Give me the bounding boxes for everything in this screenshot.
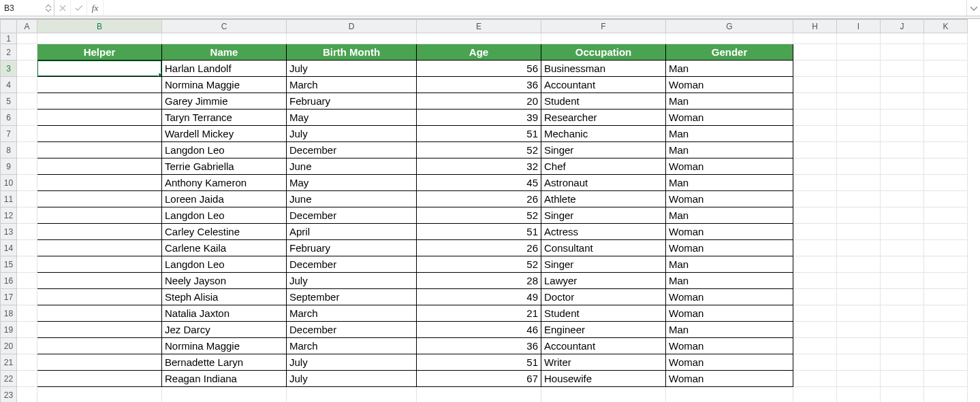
- cell-A13[interactable]: [17, 224, 37, 240]
- cell-J8[interactable]: [881, 142, 924, 158]
- cell-K10[interactable]: [924, 175, 968, 191]
- row-header-17[interactable]: 17: [1, 289, 17, 305]
- cell-G4[interactable]: Woman: [666, 77, 793, 93]
- cell-F16[interactable]: Lawyer: [541, 273, 666, 289]
- cell-J7[interactable]: [881, 126, 924, 142]
- cell-A6[interactable]: [17, 110, 37, 126]
- row-header-11[interactable]: 11: [1, 191, 17, 207]
- cell-D2[interactable]: Birth Month: [287, 44, 417, 61]
- cell-E14[interactable]: 26: [417, 240, 541, 256]
- cell-E12[interactable]: 52: [417, 207, 541, 224]
- cell-B19[interactable]: [37, 322, 162, 338]
- cell-B18[interactable]: [37, 305, 162, 322]
- cell-J1[interactable]: [881, 33, 924, 44]
- cell-H16[interactable]: [793, 273, 837, 289]
- cell-I6[interactable]: [837, 110, 881, 126]
- cell-I15[interactable]: [837, 256, 881, 273]
- cell-J5[interactable]: [881, 93, 924, 110]
- cell-A12[interactable]: [17, 207, 37, 224]
- cell-C17[interactable]: Steph Alisia: [162, 289, 287, 305]
- cell-B4[interactable]: [37, 77, 162, 93]
- cell-A21[interactable]: [17, 354, 37, 371]
- cell-D20[interactable]: March: [287, 338, 417, 354]
- cell-G16[interactable]: Man: [666, 273, 793, 289]
- row-header-4[interactable]: 4: [1, 77, 17, 93]
- cell-F20[interactable]: Accountant: [541, 338, 666, 354]
- cell-H7[interactable]: [793, 126, 837, 142]
- cell-I17[interactable]: [837, 289, 881, 305]
- cell-I8[interactable]: [837, 142, 881, 158]
- cell-K14[interactable]: [924, 240, 968, 256]
- cell-B22[interactable]: [37, 371, 162, 387]
- row-header-20[interactable]: 20: [1, 338, 17, 354]
- cell-G13[interactable]: Woman: [666, 224, 793, 240]
- cell-F15[interactable]: Singer: [541, 256, 666, 273]
- cell-K15[interactable]: [924, 256, 968, 273]
- cell-A19[interactable]: [17, 322, 37, 338]
- cell-D13[interactable]: April: [287, 224, 417, 240]
- cell-D18[interactable]: March: [287, 305, 417, 322]
- cell-H13[interactable]: [793, 224, 837, 240]
- col-header-I[interactable]: I: [837, 20, 881, 33]
- cell-I18[interactable]: [837, 305, 881, 322]
- cell-J22[interactable]: [881, 371, 924, 387]
- cell-D3[interactable]: July: [287, 61, 417, 77]
- cell-B6[interactable]: [37, 110, 162, 126]
- cell-H15[interactable]: [793, 256, 837, 273]
- cell-I3[interactable]: [837, 61, 881, 77]
- cell-K9[interactable]: [924, 158, 968, 175]
- cell-K19[interactable]: [924, 322, 968, 338]
- cell-H22[interactable]: [793, 371, 837, 387]
- cell-A22[interactable]: [17, 371, 37, 387]
- cell-F19[interactable]: Engineer: [541, 322, 666, 338]
- cell-G12[interactable]: Man: [666, 207, 793, 224]
- cell-A4[interactable]: [17, 77, 37, 93]
- col-header-C[interactable]: C: [162, 20, 287, 33]
- cell-C10[interactable]: Anthony Kameron: [162, 175, 287, 191]
- cell-J18[interactable]: [881, 305, 924, 322]
- col-header-G[interactable]: G: [666, 20, 793, 33]
- cell-H17[interactable]: [793, 289, 837, 305]
- cell-E8[interactable]: 52: [417, 142, 541, 158]
- cell-I23[interactable]: [837, 387, 881, 403]
- cell-G15[interactable]: Man: [666, 256, 793, 273]
- cell-F14[interactable]: Consultant: [541, 240, 666, 256]
- cell-K1[interactable]: [924, 33, 968, 44]
- cell-I14[interactable]: [837, 240, 881, 256]
- cell-B8[interactable]: [37, 142, 162, 158]
- cell-F22[interactable]: Housewife: [541, 371, 666, 387]
- cell-I1[interactable]: [837, 33, 881, 44]
- cell-D11[interactable]: June: [287, 191, 417, 207]
- cell-K2[interactable]: [924, 44, 968, 61]
- cell-D16[interactable]: July: [287, 273, 417, 289]
- cell-C20[interactable]: Normina Maggie: [162, 338, 287, 354]
- cell-I20[interactable]: [837, 338, 881, 354]
- name-box[interactable]: B3: [4, 3, 43, 13]
- cell-F7[interactable]: Mechanic: [541, 126, 666, 142]
- cell-I16[interactable]: [837, 273, 881, 289]
- cell-K17[interactable]: [924, 289, 968, 305]
- cell-E10[interactable]: 45: [417, 175, 541, 191]
- cell-B9[interactable]: [37, 158, 162, 175]
- cell-F8[interactable]: Singer: [541, 142, 666, 158]
- cell-F4[interactable]: Accountant: [541, 77, 666, 93]
- cell-K22[interactable]: [924, 371, 968, 387]
- cell-F21[interactable]: Writer: [541, 354, 666, 371]
- cell-E15[interactable]: 52: [417, 256, 541, 273]
- cell-C13[interactable]: Carley Celestine: [162, 224, 287, 240]
- row-header-16[interactable]: 16: [1, 273, 17, 289]
- cell-K16[interactable]: [924, 273, 968, 289]
- cancel-icon[interactable]: [54, 0, 71, 16]
- cell-C18[interactable]: Natalia Jaxton: [162, 305, 287, 322]
- cell-I13[interactable]: [837, 224, 881, 240]
- cell-H6[interactable]: [793, 110, 837, 126]
- cell-C9[interactable]: Terrie Gabriella: [162, 158, 287, 175]
- row-header-9[interactable]: 9: [1, 158, 17, 175]
- cell-H19[interactable]: [793, 322, 837, 338]
- cell-B2[interactable]: Helper: [37, 44, 162, 61]
- row-header-6[interactable]: 6: [1, 110, 17, 126]
- cell-J2[interactable]: [881, 44, 924, 61]
- cell-K5[interactable]: [924, 93, 968, 110]
- cell-B13[interactable]: [37, 224, 162, 240]
- cell-I5[interactable]: [837, 93, 881, 110]
